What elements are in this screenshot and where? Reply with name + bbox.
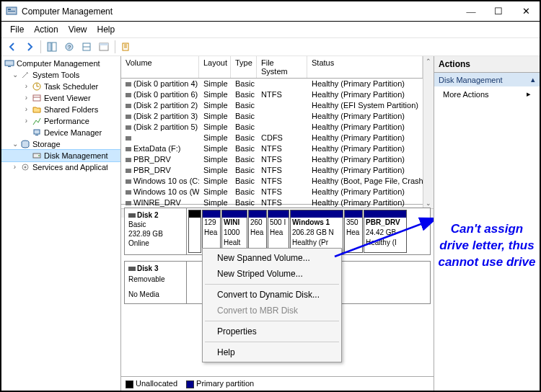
app-icon [6,6,17,17]
folder-share-icon [32,104,42,115]
legend: Unallocated Primary partition [121,376,434,391]
collapse-icon [531,75,535,84]
volume-row[interactable]: (Disk 2 partition 5)SimpleBasicHealthy (… [121,122,423,133]
volume-row[interactable]: (Disk 2 partition 3)SimpleBasicHealthy (… [121,111,423,122]
col-status[interactable]: Status [307,56,423,78]
tree-event-viewer[interactable]: ›Event Viewer [1,92,120,104]
svg-rect-12 [5,61,14,66]
volume-row[interactable]: PBR_DRVSimpleBasicNTFSHealthy (Primary P… [121,165,423,176]
menu-action[interactable]: Action [30,23,62,36]
volume-row[interactable]: (Disk 0 partition 4)SimpleBasicHealthy (… [121,79,423,89]
services-icon [20,162,30,172]
view-options-button[interactable] [79,39,94,55]
refresh-button[interactable] [96,39,112,55]
maximize-button[interactable]: ☐ [485,2,512,21]
annotation-text: Can't assign drive letter, thus cannot u… [437,221,537,271]
menu-help[interactable]: Help [93,23,120,36]
svg-point-21 [38,155,40,156]
partition[interactable]: PBR_DRV24.42 GBHealthy (I [364,210,407,253]
actions-section[interactable]: Disk Management [434,73,540,86]
col-layout[interactable]: Layout [199,56,231,78]
tree-storage[interactable]: ⌄ Storage [1,138,120,150]
forward-button[interactable] [22,39,38,55]
menu-view[interactable]: View [64,23,92,36]
partition[interactable]: Windows 1206.28 GB NHealthy (Pr [290,210,343,253]
context-menu-item[interactable]: Convert to Dynamic Disk... [204,287,340,303]
legend-unallocated: Unallocated [136,379,177,388]
chevron-right-icon [527,89,531,99]
disk-2-info: Disk 2 Basic 232.89 GB Online [125,208,187,254]
svg-rect-2 [8,11,15,12]
annotation-note: Can't assign drive letter, thus cannot u… [434,102,540,391]
back-button[interactable] [4,39,20,55]
context-menu[interactable]: New Spanned Volume...New Striped Volume.… [202,248,342,362]
volume-row[interactable]: Windows 10 os (W:)SimpleBasicNTFSHealthy… [121,187,423,197]
help-button[interactable]: ? [61,39,77,55]
device-icon [32,128,42,138]
settings-button[interactable] [118,39,134,55]
clock-icon [32,81,42,92]
volume-row[interactable]: (Disk 2 partition 2)SimpleBasicHealthy (… [121,100,423,111]
partition[interactable]: 260Hea [248,210,267,253]
menu-file[interactable]: File [6,23,28,36]
svg-rect-3 [48,43,51,51]
more-actions[interactable]: More Actions [434,86,540,102]
computer-icon [4,58,14,68]
show-hide-tree-button[interactable] [44,39,60,55]
partition[interactable]: WINI1000Healt [221,210,247,253]
volume-row[interactable]: PBR_DRVSimpleBasicNTFSHealthy (Primary P… [121,154,423,165]
svg-point-23 [25,166,27,169]
tree-services[interactable]: › Services and Applications [1,161,120,173]
volume-row[interactable]: ExtaData (F:)SimpleBasicNTFSHealthy (Pri… [121,143,423,154]
col-type[interactable]: Type [231,56,257,78]
svg-rect-17 [34,130,40,134]
perf-icon [32,116,42,126]
tree-device-manager[interactable]: Device Manager [1,127,120,138]
context-menu-item[interactable]: New Striped Volume... [204,266,340,282]
svg-rect-13 [8,66,11,67]
context-menu-item[interactable]: New Spanned Volume... [204,250,340,266]
volume-row[interactable]: Windows 10 os (C:)SimpleBasicNTFSHealthy… [121,176,423,187]
tree-root[interactable]: Computer Management [1,58,120,69]
svg-rect-15 [33,95,40,101]
partition[interactable]: 500 IHea [268,210,289,253]
actions-header: Actions [434,56,540,73]
legend-primary: Primary partition [196,379,254,388]
titlebar: Computer Management — ☐ ✕ [1,1,540,22]
context-menu-item[interactable]: Help [204,344,340,360]
volume-list-vscrollbar[interactable]: ⌃⌄ [423,56,434,208]
col-volume[interactable]: Volume [121,56,199,78]
volume-list-header[interactable]: Volume Layout Type File System Status [121,56,423,79]
svg-text:?: ? [68,44,71,50]
app-window: Computer Management — ☐ ✕ File Action Vi… [0,0,541,392]
svg-rect-10 [100,43,108,45]
tree-task-scheduler[interactable]: ›Task Scheduler [1,81,120,92]
event-icon [32,93,42,103]
minimize-button[interactable]: — [457,2,485,21]
context-menu-item[interactable]: Properties [204,324,340,339]
partition[interactable]: 129Hea [202,210,221,253]
volume-row[interactable]: (Disk 0 partition 6)SimpleBasicNTFSHealt… [121,89,423,100]
navigation-tree[interactable]: Computer Management ⌄ System Tools ›Task… [1,56,121,391]
svg-rect-18 [35,135,38,135]
partition[interactable] [188,210,201,253]
tools-icon [20,70,30,80]
svg-rect-1 [8,9,11,10]
tree-system-tools[interactable]: ⌄ System Tools [1,69,120,81]
tree-performance[interactable]: ›Performance [1,115,120,127]
partition[interactable]: 350Hea [344,210,363,253]
volume-row[interactable]: SimpleBasicCDFSHealthy (Primary Partitio… [121,133,423,143]
menubar: File Action View Help [1,22,540,37]
toolbar: ? [1,37,540,56]
col-fs[interactable]: File System [257,56,307,78]
svg-rect-4 [52,43,56,51]
disk-3-info: Disk 3 Removable No Media [125,262,187,303]
disk-graphical-view[interactable]: Disk 2 Basic 232.89 GB Online 129HeaWINI… [121,205,434,376]
main-content: Volume Layout Type File System Status (D… [121,56,434,391]
volume-list[interactable]: Volume Layout Type File System Status (D… [121,56,434,205]
context-menu-item: Convert to MBR Disk [204,303,340,318]
close-button[interactable]: ✕ [512,2,540,21]
tree-disk-management[interactable]: Disk Management [1,150,120,161]
window-title: Computer Management [22,6,457,17]
tree-shared-folders[interactable]: ›Shared Folders [1,104,120,115]
